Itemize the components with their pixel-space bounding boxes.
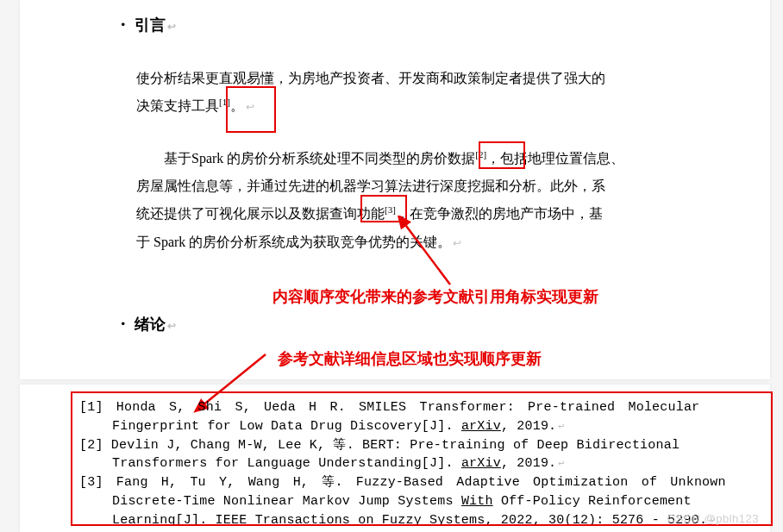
ref1-line1: [1] Honda S, Shi S, Ueda H R. SMILES Tra…	[79, 400, 699, 415]
paragraph-2: 基于Spark 的房价分析系统处理不同类型的房价数据[2]，包括地理位置信息、 …	[136, 145, 740, 256]
para1-line1: 使分析结果更直观易懂，为房地产投资者、开发商和政策制定者提供了强大的	[136, 71, 605, 85]
para2-line2: 房屋属性信息等，并通过先进的机器学习算法进行深度挖掘和分析。此外，系	[136, 178, 605, 193]
reference-3: [3] Fang H, Tu Y, Wang H, 等. Fuzzy-Based…	[79, 473, 765, 529]
ref1-arxiv: arXiv	[461, 419, 501, 434]
line-break-mark: ↩	[167, 21, 176, 33]
references-block: [1] Honda S, Shi S, Ueda H R. SMILES Tra…	[79, 398, 765, 529]
line-break-mark: ↩	[453, 237, 461, 249]
para1-line2-pre: 决策支持工具	[136, 98, 219, 113]
citation-2: [2]	[475, 149, 486, 160]
ref2-line1: [2] Devlin J, Chang M-W, Lee K, 等. BERT:…	[79, 438, 680, 453]
reference-2: [2] Devlin J, Chang M-W, Lee K, 等. BERT:…	[79, 436, 765, 474]
ref3-line2-pre: Discrete-Time Nonlinear Markov Jump Syst…	[112, 494, 461, 509]
heading-intro-text: 引言	[135, 16, 166, 34]
para2-line4: 于 Spark 的房价分析系统成为获取竞争优势的关键。	[136, 235, 451, 249]
ref2-arxiv: arXiv	[461, 456, 501, 471]
watermark: CSDN @pblh123	[667, 512, 759, 525]
heading-discussion: ·绪论↩	[121, 312, 176, 335]
line-break-mark: ↩	[558, 421, 564, 433]
ref3-with: With	[461, 494, 493, 509]
citation-1: [1]	[219, 97, 230, 107]
para1-line2-post: 。	[230, 98, 244, 113]
heading-discussion-text: 绪论	[135, 316, 166, 333]
ref1-line2-pre: Fingerprint for Low Data Drug Discovery[…	[112, 419, 461, 434]
para2-line1-pre: 基于Spark 的房价分析系统处理不同类型的房价数据	[164, 151, 475, 166]
paragraph-1: 使分析结果更直观易懂，为房地产投资者、开发商和政策制定者提供了强大的 决策支持工…	[136, 65, 740, 120]
line-break-mark: ↩	[167, 320, 176, 332]
annotation-2: 参考文献详细信息区域也实现顺序更新	[278, 348, 542, 369]
reference-1: [1] Honda S, Shi S, Ueda H R. SMILES Tra…	[79, 398, 765, 436]
para2-line3-post: ，在竞争激烈的房地产市场中，基	[396, 207, 603, 222]
para2-line1-post: ，包括地理位置信息、	[486, 151, 624, 166]
ref3-line1: [3] Fang H, Tu Y, Wang H, 等. Fuzzy-Based…	[79, 475, 726, 490]
annotation-1: 内容顺序变化带来的参考文献引用角标实现更新	[272, 286, 598, 307]
ref2-line2-pre: Transformers for Language Understanding[…	[112, 456, 461, 471]
para2-line3-pre: 统还提供了可视化展示以及数据查询功能	[136, 207, 385, 222]
ref2-line2-post: , 2019.	[501, 456, 556, 471]
ref3-line3: Learning[J]. IEEE Transactions on Fuzzy …	[112, 513, 707, 528]
line-break-mark: ↩	[558, 458, 564, 470]
line-break-mark: ↩	[246, 101, 254, 113]
ref1-line2-post: , 2019.	[501, 419, 556, 434]
heading-intro: ·引言↩	[121, 13, 176, 35]
citation-3: [3]	[385, 204, 396, 215]
ref3-line2-post: Off-Policy Reinforcement	[493, 494, 692, 509]
